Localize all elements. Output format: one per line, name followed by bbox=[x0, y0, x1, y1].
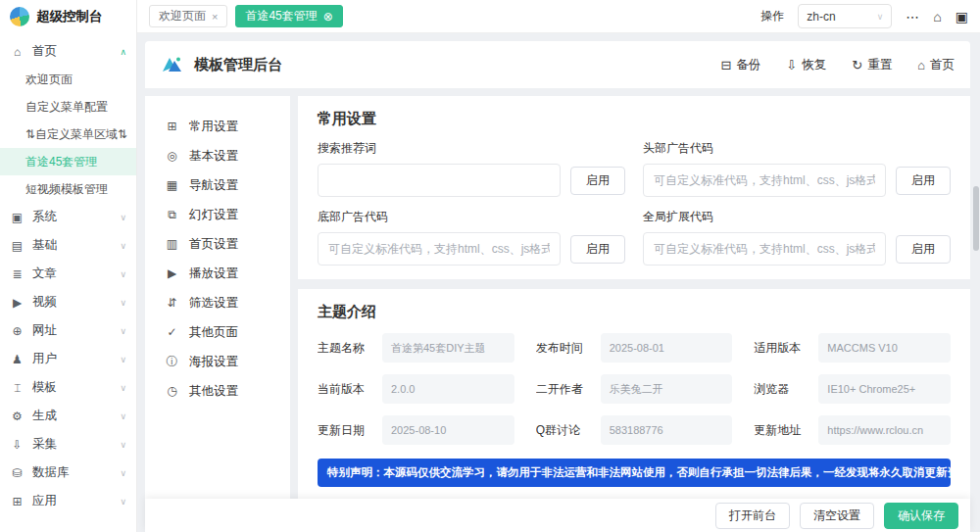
sidebar-item-generate[interactable]: ⚙ 生成 ∨ bbox=[0, 402, 136, 430]
clock-icon: ◷ bbox=[165, 384, 179, 398]
update-url-value: https://www.rclou.cn bbox=[818, 415, 951, 445]
tab-shoutu-45-manage[interactable]: 首途45套管理 ⊗ bbox=[235, 5, 342, 27]
scrollbar-thumb[interactable] bbox=[973, 186, 979, 251]
page-scrollbar bbox=[973, 33, 979, 532]
page-body: ⊞ 常用设置 ◎ 基本设置 ▦ 导航设置 ⧉ 幻灯设置 bbox=[145, 96, 970, 532]
qq-group-value: 583188776 bbox=[601, 415, 733, 445]
more-menu-icon[interactable]: ⋯ bbox=[906, 10, 919, 24]
menu-item-slide-settings[interactable]: ⧉ 幻灯设置 bbox=[145, 200, 290, 229]
sidebar-item-site[interactable]: ⊕ 网址 ∨ bbox=[0, 316, 136, 345]
current-version-value: 2.0.0 bbox=[382, 374, 514, 404]
tab-bar: 欢迎页面 × 首途45套管理 ⊗ 操作 zh-cn ∨ ⋯ ⌂ ▣ bbox=[137, 0, 980, 33]
sidebar-item-collect[interactable]: ⇩ 采集 ∨ bbox=[0, 430, 136, 459]
grid-icon: ⊞ bbox=[165, 120, 179, 133]
sidebar-item-home[interactable]: ⌂ 首页 ∧ bbox=[0, 37, 136, 66]
chevron-down-icon: ∨ bbox=[120, 468, 126, 478]
restore-button[interactable]: ⇩ 恢复 bbox=[786, 57, 826, 73]
global-ext-code-input[interactable] bbox=[643, 232, 886, 266]
sidebar-subitem-short-video-template[interactable]: 短视频模板管理 bbox=[0, 175, 136, 203]
sidebar-item-base[interactable]: ▤ 基础 ∨ bbox=[0, 231, 136, 260]
release-date-value: 2025-08-01 bbox=[601, 333, 733, 363]
sidebar-item-database[interactable]: ⛁ 数据库 ∨ bbox=[0, 459, 136, 487]
common-settings-panel: 常用设置 搜索推荐词 启用 头部广告代码 bbox=[298, 96, 970, 279]
chevron-down-icon: ∨ bbox=[120, 355, 126, 364]
menu-item-other-settings[interactable]: ◷ 其他设置 bbox=[145, 376, 290, 406]
user-icon: ♟ bbox=[10, 353, 24, 366]
menu-item-nav-settings[interactable]: ▦ 导航设置 bbox=[145, 170, 290, 200]
chevron-down-icon: ∨ bbox=[120, 411, 126, 421]
theme-name-value: 首途第45套DIY主题 bbox=[382, 333, 514, 363]
sidebar-subitem-custom-menu-area[interactable]: ⇅自定义菜单区域⇅ bbox=[0, 121, 136, 148]
menu-item-play-settings[interactable]: ▶ 播放设置 bbox=[145, 259, 290, 288]
sidebar-subitem-welcome[interactable]: 欢迎页面 bbox=[0, 66, 136, 93]
template-icon: ⌶ bbox=[10, 381, 24, 395]
sidebar-item-video[interactable]: ▶ 视频 ∨ bbox=[0, 288, 136, 316]
sidebar-subitem-custom-menu-config[interactable]: 自定义菜单配置 bbox=[0, 93, 136, 121]
main-column: 欢迎页面 × 首途45套管理 ⊗ 操作 zh-cn ∨ ⋯ ⌂ ▣ bbox=[137, 0, 980, 532]
page-actions: ⊟ 备份 ⇩ 恢复 ↻ 重置 ⌂ 首页 bbox=[720, 57, 955, 73]
reset-icon: ↻ bbox=[852, 58, 862, 73]
field-footer-ad-code: 底部广告代码 启用 bbox=[318, 209, 625, 266]
menu-item-basic-settings[interactable]: ◎ 基本设置 bbox=[145, 141, 290, 170]
sidebar: 超级控制台 ⌂ 首页 ∧ 欢迎页面 自定义菜单配置 ⇅自定义菜单区域⇅ 首途45… bbox=[0, 0, 137, 532]
search-keywords-input[interactable] bbox=[318, 164, 561, 197]
menu-item-homepage-settings[interactable]: ▥ 首页设置 bbox=[145, 229, 290, 259]
chevron-down-icon: ∨ bbox=[120, 326, 126, 336]
chevron-down-icon: ∨ bbox=[120, 497, 126, 507]
browser-support-value: IE10+ Chrome25+ bbox=[818, 374, 951, 404]
field-search-keywords: 搜索推荐词 启用 bbox=[318, 140, 625, 197]
menu-item-other-pages[interactable]: ✓ 其他页面 bbox=[145, 317, 290, 347]
applicable-version: 适用版本 MACCMS V10 bbox=[754, 333, 951, 363]
filter-icon: ⇵ bbox=[165, 296, 179, 310]
menu-item-common-settings[interactable]: ⊞ 常用设置 bbox=[145, 112, 290, 141]
page-header: 模板管理后台 ⊟ 备份 ⇩ 恢复 ↻ 重置 ⌂ bbox=[145, 41, 970, 88]
sidebar-subitem-shoutu-45-manage[interactable]: 首途45套管理 bbox=[0, 148, 136, 175]
sidebar-item-user[interactable]: ♟ 用户 ∨ bbox=[0, 345, 136, 373]
menu-item-filter-settings[interactable]: ⇵ 筛选设置 bbox=[145, 288, 290, 317]
check-circle-icon: ✓ bbox=[165, 325, 179, 339]
open-frontend-button[interactable]: 打开前台 bbox=[715, 503, 790, 529]
language-select[interactable]: zh-cn ∨ bbox=[798, 4, 892, 28]
app-logo-icon bbox=[10, 7, 29, 26]
close-circle-icon[interactable]: ⊗ bbox=[323, 10, 333, 24]
close-icon[interactable]: × bbox=[212, 11, 218, 23]
reset-button[interactable]: ↻ 重置 bbox=[852, 57, 892, 73]
author-value: 乐美兔二开 bbox=[601, 374, 733, 404]
author: 二开作者 乐美兔二开 bbox=[536, 374, 733, 404]
topbar-controls: 操作 zh-cn ∨ ⋯ ⌂ ▣ bbox=[760, 4, 968, 28]
home-icon: ⌂ bbox=[917, 58, 925, 73]
tab-welcome[interactable]: 欢迎页面 × bbox=[149, 5, 227, 27]
confirm-save-button[interactable]: 确认保存 bbox=[884, 503, 958, 529]
sidebar-item-template[interactable]: ⌶ 模板 ∨ bbox=[0, 373, 136, 402]
content-column: 常用设置 搜索推荐词 启用 头部广告代码 bbox=[298, 96, 970, 532]
update-date-value: 2025-08-10 bbox=[382, 415, 514, 445]
sidebar-nav: ⌂ 首页 ∧ 欢迎页面 自定义菜单配置 ⇅自定义菜单区域⇅ 首途45套管理 短视… bbox=[0, 33, 136, 532]
enable-button[interactable]: 启用 bbox=[570, 235, 625, 264]
field-header-ad-code: 头部广告代码 启用 bbox=[643, 140, 951, 197]
chevron-down-icon: ∨ bbox=[120, 298, 126, 308]
current-version: 当前版本 2.0.0 bbox=[318, 374, 514, 404]
enable-button[interactable]: 启用 bbox=[570, 167, 625, 195]
enable-button[interactable]: 启用 bbox=[896, 167, 951, 195]
globe-icon: ⊕ bbox=[10, 324, 24, 338]
header-ad-code-input[interactable] bbox=[643, 164, 886, 197]
clear-settings-button[interactable]: 清空设置 bbox=[800, 503, 874, 529]
footer-ad-code-input[interactable] bbox=[318, 232, 561, 266]
fullscreen-icon[interactable]: ▣ bbox=[956, 10, 968, 24]
home-icon[interactable]: ⌂ bbox=[933, 10, 941, 24]
menu-item-poster-settings[interactable]: ⓘ 海报设置 bbox=[145, 347, 290, 376]
settings-fields: 搜索推荐词 启用 头部广告代码 启用 bbox=[318, 140, 951, 266]
backup-button[interactable]: ⊟ 备份 bbox=[720, 57, 760, 73]
caret-down-icon: ∨ bbox=[877, 12, 884, 22]
sidebar-item-article[interactable]: ≣ 文章 ∨ bbox=[0, 260, 136, 288]
chevron-down-icon: ∨ bbox=[120, 269, 126, 279]
theme-info-grid: 主题名称 首途第45套DIY主题 发布时间 2025-08-01 适用版本 MA… bbox=[318, 333, 951, 445]
sidebar-item-apps[interactable]: ⊞ 应用 ∨ bbox=[0, 487, 136, 515]
frontend-home-button[interactable]: ⌂ 首页 bbox=[917, 57, 955, 73]
chevron-down-icon: ∨ bbox=[120, 383, 126, 393]
backup-icon: ⊟ bbox=[720, 58, 731, 73]
chevron-down-icon: ∨ bbox=[120, 213, 126, 222]
sidebar-item-system[interactable]: ▣ 系统 ∨ bbox=[0, 203, 136, 231]
enable-button[interactable]: 启用 bbox=[896, 235, 951, 264]
field-global-ext-code: 全局扩展代码 启用 bbox=[643, 209, 951, 266]
